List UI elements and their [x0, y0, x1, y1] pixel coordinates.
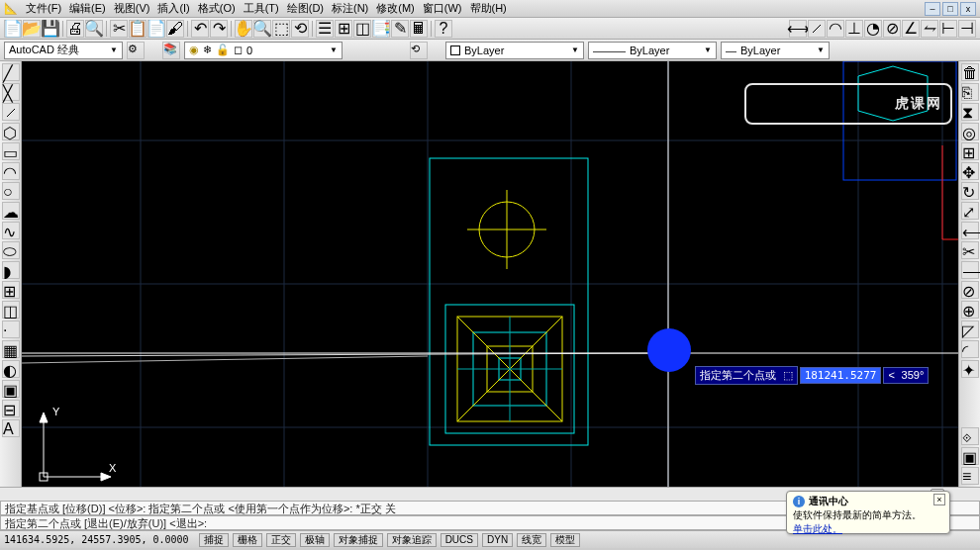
markup-icon[interactable]: ✎ [391, 20, 409, 38]
drawing-canvas[interactable]: Y X 指定第二个点或 ⬚ 181241.5277 < 359° 虎课网 ⏮ ◀… [22, 61, 958, 487]
list-icon[interactable]: ≡ [961, 467, 979, 485]
designcenter-icon[interactable]: ⊞ [335, 20, 352, 38]
offset-icon[interactable]: ◎ [961, 123, 979, 140]
dim-base-icon[interactable]: ⊢ [939, 20, 957, 38]
zoom-prev-icon[interactable]: ⟲ [291, 20, 309, 38]
menu-tools[interactable]: 工具(T) [240, 1, 283, 16]
layer-prev-icon[interactable]: ⟲ [410, 42, 428, 59]
status-lwt[interactable]: 线宽 [517, 533, 546, 547]
region-icon[interactable]: ▣ [2, 380, 20, 398]
close-button[interactable]: x [960, 2, 976, 16]
break-icon[interactable]: ⊘ [961, 281, 979, 299]
table-icon[interactable]: ⊟ [2, 400, 20, 417]
undo-icon[interactable]: ↶ [191, 20, 209, 38]
menu-help[interactable]: 帮助(H) [466, 1, 511, 16]
sheet-icon[interactable]: 📑 [372, 20, 390, 38]
status-dyn[interactable]: DYN [482, 533, 513, 547]
area-icon[interactable]: ▣ [961, 447, 979, 465]
menu-window[interactable]: 窗口(W) [419, 1, 466, 16]
array-icon[interactable]: ⊞ [961, 142, 979, 160]
status-grid[interactable]: 栅格 [233, 533, 262, 547]
rotate-icon[interactable]: ↻ [961, 182, 979, 200]
fillet-icon[interactable]: ◜ [961, 340, 979, 358]
arc-icon[interactable]: ◠ [2, 162, 20, 180]
layer-prop-icon[interactable]: 📚 [162, 42, 180, 59]
dim-linear-icon[interactable]: ⟷ [789, 20, 807, 38]
ellipse-icon[interactable]: ⬭ [2, 241, 20, 259]
explode-icon[interactable]: ✦ [961, 360, 979, 378]
status-otrack[interactable]: 对象追踪 [387, 533, 437, 547]
copy-icon[interactable]: 📋 [129, 20, 147, 38]
dim-dia-icon[interactable]: ⊘ [883, 20, 901, 38]
preview-icon[interactable]: 🔍 [85, 20, 103, 38]
join-icon[interactable]: ⊕ [961, 301, 979, 319]
color-combo[interactable]: ByLayer ▼ [445, 42, 584, 59]
dyn-distance-input[interactable]: 181241.5277 [800, 367, 882, 384]
pan-icon[interactable]: ✋ [235, 20, 252, 38]
mirror-icon[interactable]: ⧗ [961, 103, 979, 121]
toolpalette-icon[interactable]: ◫ [353, 20, 371, 38]
dim-ang-icon[interactable]: ∠ [902, 20, 920, 38]
dim-cont-icon[interactable]: ⊣ [958, 20, 976, 38]
menu-file[interactable]: 文件(F) [22, 1, 65, 16]
stretch-icon[interactable]: ⟷ [961, 222, 979, 239]
text-icon[interactable]: A [2, 419, 20, 437]
open-icon[interactable]: 📂 [23, 20, 41, 38]
dim-rad-icon[interactable]: ◔ [864, 20, 882, 38]
lineweight-combo[interactable]: — ByLayer ▼ [721, 42, 830, 59]
status-snap[interactable]: 捕捉 [199, 533, 229, 547]
linetype-combo[interactable]: ——— ByLayer ▼ [588, 42, 717, 59]
insert-icon[interactable]: ⊞ [2, 281, 20, 299]
menu-modify[interactable]: 修改(M) [372, 1, 419, 16]
paste-icon[interactable]: 📄 [147, 20, 165, 38]
menu-edit[interactable]: 编辑(E) [65, 1, 110, 16]
dim-arc-icon[interactable]: ◠ [827, 20, 844, 38]
cut-icon[interactable]: ✂ [110, 20, 128, 38]
dim-aligned-icon[interactable]: ⟋ [808, 20, 826, 38]
workspace-combo[interactable]: AutoCAD 经典 ▼ [4, 42, 123, 59]
extend-icon[interactable]: ⟶ [961, 261, 979, 279]
new-icon[interactable]: 📄 [4, 20, 22, 38]
menu-view[interactable]: 视图(V) [110, 1, 154, 16]
comm-close-button[interactable]: × [933, 494, 945, 505]
block-icon[interactable]: ◫ [2, 301, 20, 319]
erase-icon[interactable]: 🗑 [961, 63, 979, 81]
scale-icon[interactable]: ⤢ [961, 202, 979, 220]
dim-quick-icon[interactable]: ⥊ [921, 20, 938, 38]
status-ortho[interactable]: 正交 [266, 533, 296, 547]
status-model[interactable]: 模型 [550, 533, 580, 547]
calc-icon[interactable]: 🖩 [410, 20, 428, 38]
comm-link[interactable]: 单击此处。 [793, 522, 943, 536]
move-icon[interactable]: ✥ [961, 162, 979, 180]
menu-format[interactable]: 格式(O) [194, 1, 240, 16]
dyn-angle-input[interactable]: < 359° [883, 367, 929, 384]
dim-ord-icon[interactable]: ⊥ [845, 20, 863, 38]
dist-icon[interactable]: ⟐ [961, 427, 979, 445]
revcloud-icon[interactable]: ☁ [2, 202, 20, 220]
coordinates-display[interactable]: 141634.5925, 24557.3905, 0.0000 [4, 534, 195, 545]
circle-icon[interactable]: ○ [2, 182, 20, 200]
status-ducs[interactable]: DUCS [441, 533, 478, 547]
status-osnap[interactable]: 对象捕捉 [334, 533, 383, 547]
rectangle-icon[interactable]: ▭ [2, 142, 20, 160]
minimize-button[interactable]: – [925, 2, 940, 16]
status-polar[interactable]: 极轴 [300, 533, 330, 547]
spline-icon[interactable]: ∿ [2, 222, 20, 239]
xline-icon[interactable]: ╳ [2, 83, 20, 101]
match-icon[interactable]: 🖌 [166, 20, 184, 38]
trim-icon[interactable]: ✂ [961, 241, 979, 259]
workspace-settings-icon[interactable]: ⚙ [127, 42, 145, 59]
line-icon[interactable]: ╱ [2, 63, 20, 81]
layer-combo[interactable]: ◉❄🔓◻ 0 ▼ [184, 42, 343, 59]
help-icon[interactable]: ? [435, 20, 452, 38]
redo-icon[interactable]: ↷ [210, 20, 228, 38]
maximize-button[interactable]: □ [942, 2, 958, 16]
polyline-icon[interactable]: ⟋ [2, 103, 20, 121]
polygon-icon[interactable]: ⬡ [2, 123, 20, 140]
save-icon[interactable]: 💾 [42, 20, 59, 38]
gradient-icon[interactable]: ◐ [2, 360, 20, 378]
menu-dimension[interactable]: 标注(N) [328, 1, 372, 16]
chamfer-icon[interactable]: ◸ [961, 321, 979, 338]
properties-icon[interactable]: ☰ [316, 20, 334, 38]
menu-draw[interactable]: 绘图(D) [283, 1, 328, 16]
